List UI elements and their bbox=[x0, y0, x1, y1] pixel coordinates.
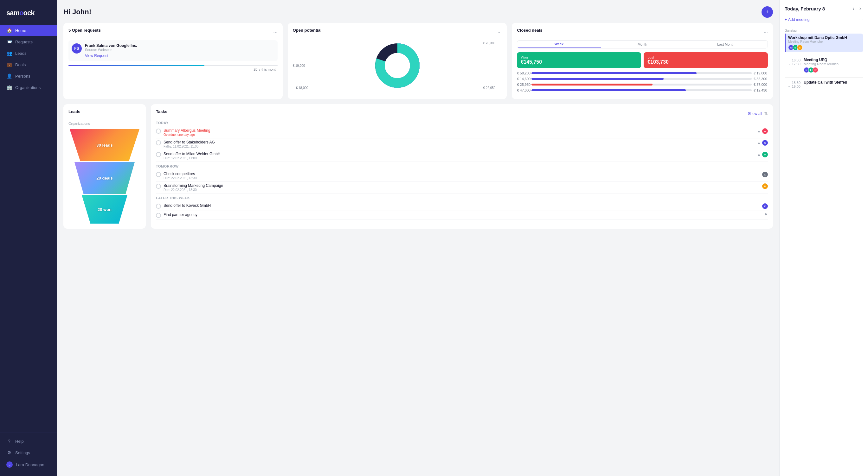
task-checkbox-6[interactable] bbox=[156, 204, 161, 209]
nav-label-help: Help bbox=[15, 439, 24, 444]
task-right-3: ▲ M bbox=[757, 152, 768, 158]
progress-count: 20 ↕ bbox=[253, 67, 260, 71]
tab-last-month[interactable]: Last Month bbox=[684, 40, 768, 48]
priority-icon-3: ▲ bbox=[757, 152, 761, 157]
bar-label-right-3: € 37,000 bbox=[753, 83, 768, 87]
add-meeting-button[interactable]: + Add meeting ··· bbox=[785, 17, 863, 22]
funnel-wrap: 30 leads 20 deals 20 won bbox=[68, 129, 141, 224]
task-checkbox-4[interactable] bbox=[156, 172, 161, 177]
task-right-7: ⚑ bbox=[764, 212, 768, 217]
task-checkbox-7[interactable] bbox=[156, 213, 161, 218]
bar-label-left-4: € 47,000 bbox=[517, 88, 530, 92]
nav-label-requests: Requests bbox=[15, 40, 33, 44]
funnel-label-mid: 20 deals bbox=[96, 176, 113, 180]
home-logo: samoock bbox=[0, 5, 57, 25]
task-due-5: Due: 22.02.2021, 13:30 bbox=[163, 188, 223, 192]
bar-row-4: € 47,000 € 12,430 bbox=[517, 88, 768, 92]
allday-event-title: Workshop mit Dana Optic GmbH bbox=[788, 35, 860, 40]
task-name-4: Check competitors bbox=[163, 172, 197, 176]
task-item-4: Check competitors Due: 22.02.2021, 13:30… bbox=[156, 170, 768, 182]
home-nav-panel: samoock 🏠 Home 📨 Requests 👥 Leads 💼 Deal… bbox=[0, 0, 57, 476]
nav-label-settings: Settings bbox=[15, 450, 30, 455]
allday-event-avatars: A B C bbox=[788, 45, 860, 50]
task-info-1: Summary Albergus Meeting Overdue: one da… bbox=[163, 128, 210, 136]
show-all-button[interactable]: Show all bbox=[748, 111, 762, 116]
closed-deals-title: Closed deals bbox=[517, 28, 542, 33]
task-checkbox-1[interactable] bbox=[156, 129, 161, 134]
open-potential-title: Open potential bbox=[293, 28, 322, 33]
more-options-icon[interactable]: ··· bbox=[859, 17, 863, 22]
funnel-segment-top: 30 leads bbox=[70, 129, 140, 161]
priority-icon-2: ▲ bbox=[757, 141, 761, 145]
home-nav-bottom: ? Help ⚙ Settings L Lara Donnagan bbox=[0, 433, 57, 471]
nav-item-help[interactable]: ? Help bbox=[0, 436, 57, 447]
task-item-5: Brainstorming Marketing Campaign Due: 22… bbox=[156, 182, 768, 194]
task-checkbox-3[interactable] bbox=[156, 152, 161, 157]
task-info-5: Brainstorming Marketing Campaign Due: 22… bbox=[163, 183, 223, 192]
cal-event-avatars-1: K L +2 bbox=[804, 67, 863, 73]
tasks-sort-icon[interactable]: ⇅ bbox=[764, 111, 768, 116]
nav-label-home: Home bbox=[15, 28, 26, 33]
bar-fill-blue-1 bbox=[531, 72, 696, 74]
nav-item-user[interactable]: L Lara Donnagan bbox=[0, 458, 57, 471]
nav-item-requests[interactable]: 📨 Requests bbox=[0, 36, 57, 47]
task-info-2: Send offer to Stakeholders AG Fällig: 11… bbox=[163, 140, 215, 148]
cal-event-title-2: Update Call with Steffen bbox=[804, 80, 863, 84]
view-request-link[interactable]: View Request bbox=[85, 54, 108, 58]
request-details: Frank Salma von Google Inc. Source: Webs… bbox=[85, 43, 137, 58]
closed-deals-more-icon[interactable]: ··· bbox=[764, 29, 768, 35]
bar-track-1 bbox=[531, 72, 752, 74]
task-item-7: Find partner agency ⚑ bbox=[156, 211, 768, 220]
task-avatar-1: A bbox=[762, 128, 768, 134]
task-checkbox-5[interactable] bbox=[156, 184, 161, 189]
bar-label-right-1: € 19,000 bbox=[753, 71, 768, 75]
task-name-7: Find partner agency bbox=[163, 212, 197, 217]
home-icon: 🏠 bbox=[6, 28, 12, 33]
open-potential-more-icon[interactable]: ··· bbox=[498, 29, 502, 35]
donut-label-3: € 22,650 bbox=[483, 86, 495, 90]
task-avatar-6: K bbox=[762, 203, 768, 209]
tab-month[interactable]: Month bbox=[601, 40, 684, 48]
calendar-prev-button[interactable]: ‹ bbox=[850, 5, 856, 12]
nav-label-organizations: Organizations bbox=[15, 85, 40, 90]
task-info-7: Find partner agency bbox=[163, 212, 197, 217]
task-info-4: Check competitors Due: 22.02.2021, 13:30 bbox=[163, 172, 197, 180]
task-info-6: Send offer to Koveck GmbH bbox=[163, 203, 211, 208]
tab-week[interactable]: Week bbox=[517, 40, 600, 48]
cal-event-sub-1: Meeting Room Munich bbox=[804, 62, 863, 66]
tasks-title: Tasks bbox=[156, 109, 167, 114]
task-name-1: Summary Albergus Meeting bbox=[163, 128, 210, 133]
dashboard: Hi John! + 5 Open requests ··· FS Frank … bbox=[57, 0, 779, 476]
cal-divider-1 bbox=[785, 26, 863, 26]
requests-icon: 📨 bbox=[6, 39, 12, 44]
nav-item-persons[interactable]: 👤 Persons bbox=[0, 70, 57, 82]
nav-item-organizations[interactable]: 🏢 Organizations bbox=[0, 82, 57, 93]
dashboard-row-2: Leads Organizations 30 leads 20 deals 20… bbox=[63, 104, 773, 229]
nav-item-leads[interactable]: 👥 Leads bbox=[0, 47, 57, 59]
task-name-5: Brainstorming Marketing Campaign bbox=[163, 183, 223, 188]
deals-icon: 💼 bbox=[6, 62, 12, 67]
funnel-title: Leads bbox=[68, 109, 81, 114]
task-avatar-4: C bbox=[762, 172, 768, 177]
won-box: Won €145,750 bbox=[517, 52, 641, 68]
task-checkbox-2[interactable] bbox=[156, 140, 161, 145]
cal-avatar-3: C bbox=[797, 45, 803, 50]
allday-label: Ganztag bbox=[785, 29, 863, 32]
progress-label: 20 ↕ this month bbox=[68, 67, 278, 71]
cal-event-content-1: Meeting UPQ Meeting Room Munich K L +2 bbox=[804, 58, 863, 73]
funnel-card: Leads Organizations 30 leads 20 deals 20… bbox=[63, 104, 146, 229]
nav-item-settings[interactable]: ⚙ Settings bbox=[0, 447, 57, 458]
bar-row-3: € 25,950 € 37,000 bbox=[517, 83, 768, 87]
bar-row-2: € 14,600 € 35,300 bbox=[517, 77, 768, 81]
request-avatar: FS bbox=[72, 43, 82, 54]
task-info-3: Send offer to Milan Welder GmbH Due: 12.… bbox=[163, 152, 221, 160]
open-requests-more-icon[interactable]: ··· bbox=[273, 29, 277, 35]
calendar-next-button[interactable]: › bbox=[858, 5, 863, 12]
add-button[interactable]: + bbox=[762, 6, 773, 18]
nav-item-home[interactable]: 🏠 Home bbox=[0, 25, 57, 36]
nav-item-deals[interactable]: 💼 Deals bbox=[0, 59, 57, 70]
user-avatar: L bbox=[6, 462, 13, 468]
calendar-nav: ‹ › bbox=[850, 5, 863, 12]
progress-bar bbox=[68, 65, 278, 66]
allday-event[interactable]: Workshop mit Dana Optic GmbH Meeting Rau… bbox=[785, 34, 863, 52]
